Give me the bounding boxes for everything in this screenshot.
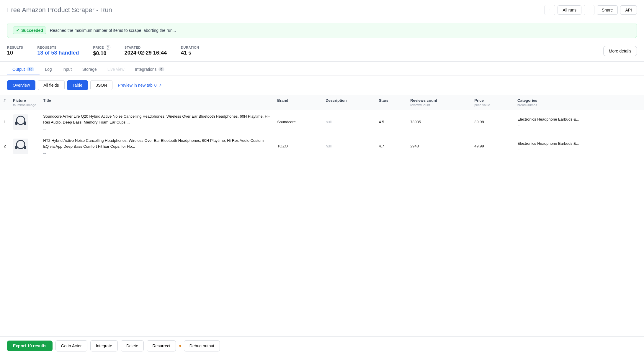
svg-point-0	[17, 116, 25, 124]
stat-requests-label: REQUESTS	[37, 46, 79, 49]
stat-price-label: PRICE ?	[93, 45, 110, 50]
col-header-title: Title	[40, 95, 274, 110]
tabs-row: Output 10 Log Input Storage Live view In…	[0, 64, 644, 75]
cell-price-1: 39.98	[471, 110, 514, 134]
api-button[interactable]: API	[620, 5, 637, 15]
tab-integrations[interactable]: Integrations 0	[130, 64, 169, 75]
categories-ellipsis-1[interactable]: ...	[517, 123, 640, 127]
title-separator: -	[96, 6, 100, 14]
view-controls: Overview All fields Table JSON Preview i…	[0, 75, 644, 95]
svg-point-3	[17, 140, 25, 149]
col-header-categories: Categories breadCrumbs	[514, 95, 644, 110]
title-run: Run	[100, 6, 112, 14]
stat-started: STARTED 2024-02-29 16:44	[125, 46, 167, 56]
col-header-reviews: Reviews count reviewsCount	[407, 95, 471, 110]
stat-price-value: $0.10	[93, 50, 110, 57]
table-row: 1 Soundcore Anker Life Q20 Hybrid Active…	[0, 110, 644, 134]
view-json-button[interactable]: JSON	[90, 80, 112, 90]
cell-price-2: 49.99	[471, 134, 514, 158]
view-all-fields-button[interactable]: All fields	[38, 80, 64, 90]
product-image-2	[13, 139, 28, 154]
col-header-brand: Brand	[274, 95, 322, 110]
output-badge: 10	[27, 67, 34, 71]
view-table-button[interactable]: Table	[67, 80, 88, 90]
cell-reviews-2: 2948	[407, 134, 471, 158]
title-main: Free Amazon Product Scraper	[7, 6, 94, 14]
more-details-button[interactable]: More details	[603, 46, 637, 56]
forward-button[interactable]: →	[584, 5, 594, 15]
stat-results-value: 10	[7, 50, 23, 56]
cell-brand-1: Soundcore	[274, 110, 322, 134]
check-icon: ✓	[16, 28, 19, 33]
view-overview-button[interactable]: Overview	[7, 80, 35, 90]
col-header-picture: Picture thumbnailImage	[9, 95, 40, 110]
top-bar: Free Amazon Product Scraper - Run ← All …	[0, 0, 644, 19]
product-image-1	[13, 114, 28, 130]
top-actions: ← All runs → Share API	[545, 5, 637, 15]
cell-description-2: null	[322, 134, 375, 158]
stats-row: RESULTS 10 REQUESTS 13 of 53 handled PRI…	[0, 42, 644, 62]
cell-picture-2	[9, 134, 40, 158]
stat-started-value: 2024-02-29 16:44	[125, 50, 167, 56]
stat-price: PRICE ? $0.10	[93, 45, 110, 57]
stat-duration-label: DURATION	[181, 46, 199, 49]
all-runs-button[interactable]: All runs	[558, 5, 581, 15]
cell-num-2: 2	[0, 134, 9, 158]
title-text-2: HT2 Hybrid Active Noise Cancelling Headp…	[43, 138, 270, 149]
status-text: Succeeded	[21, 28, 43, 33]
cell-categories-2: Electronics Headphone Earbuds &... ...	[514, 134, 644, 158]
status-bar: ✓ Succeeded Reached the maximum number o…	[7, 23, 637, 38]
integrations-badge: 0	[158, 67, 164, 71]
headphone-svg-2	[14, 139, 28, 153]
cell-reviews-1: 73935	[407, 110, 471, 134]
col-header-num: #	[0, 95, 9, 110]
title-text-1: Soundcore Anker Life Q20 Hybrid Active N…	[43, 114, 270, 125]
categories-ellipsis-2[interactable]: ...	[517, 147, 640, 151]
tab-storage[interactable]: Storage	[77, 64, 102, 75]
stat-duration: DURATION 41 s	[181, 46, 199, 56]
cell-title-1: Soundcore Anker Life Q20 Hybrid Active N…	[40, 110, 274, 134]
svg-rect-5	[24, 146, 26, 149]
title-ellipsis-2[interactable]: ...	[43, 150, 270, 155]
preview-new-tab-link[interactable]: Preview in new tab 0 ↗	[115, 80, 164, 90]
stat-started-label: STARTED	[125, 46, 167, 49]
stat-results: RESULTS 10	[7, 46, 23, 56]
cell-title-2: HT2 Hybrid Active Noise Cancelling Headp…	[40, 134, 274, 158]
stat-duration-value: 41 s	[181, 50, 199, 56]
table-header-row: # Picture thumbnailImage Title Brand Des…	[0, 95, 644, 110]
page-title: Free Amazon Product Scraper - Run	[7, 6, 112, 14]
share-button[interactable]: Share	[597, 5, 618, 15]
status-message: Reached the maximum number of items to s…	[50, 28, 176, 33]
tab-log[interactable]: Log	[40, 64, 57, 75]
headphone-svg-1	[14, 115, 28, 129]
cell-categories-1: Electronics Headphone Earbuds &... ...	[514, 110, 644, 134]
stat-requests: REQUESTS 13 of 53 handled	[37, 46, 79, 56]
tab-output[interactable]: Output 10	[7, 64, 40, 75]
external-link-icon: ↗	[158, 83, 162, 88]
table-row: 2 HT2 Hybrid Active Noise Cancelling Hea…	[0, 134, 644, 158]
svg-rect-4	[15, 146, 17, 149]
cell-picture-1	[9, 110, 40, 134]
stat-requests-value: 13 of 53 handled	[37, 50, 79, 56]
col-header-stars: Stars	[375, 95, 407, 110]
svg-rect-2	[24, 121, 26, 125]
status-badge: ✓ Succeeded	[13, 27, 46, 34]
svg-rect-1	[15, 121, 17, 125]
title-ellipsis-1[interactable]: ...	[43, 126, 270, 130]
cell-stars-1: 4.5	[375, 110, 407, 134]
back-button[interactable]: ←	[545, 5, 555, 15]
price-info-icon[interactable]: ?	[106, 45, 110, 50]
tab-input[interactable]: Input	[57, 64, 77, 75]
cell-description-1: null	[322, 110, 375, 134]
cell-stars-2: 4.7	[375, 134, 407, 158]
data-table-container: # Picture thumbnailImage Title Brand Des…	[0, 95, 644, 158]
tab-live-view: Live view	[102, 64, 130, 75]
col-header-price: Price price.value	[471, 95, 514, 110]
cell-num-1: 1	[0, 110, 9, 134]
col-header-description: Description	[322, 95, 375, 110]
stat-results-label: RESULTS	[7, 46, 23, 49]
cell-brand-2: TOZO	[274, 134, 322, 158]
data-table: # Picture thumbnailImage Title Brand Des…	[0, 95, 644, 158]
